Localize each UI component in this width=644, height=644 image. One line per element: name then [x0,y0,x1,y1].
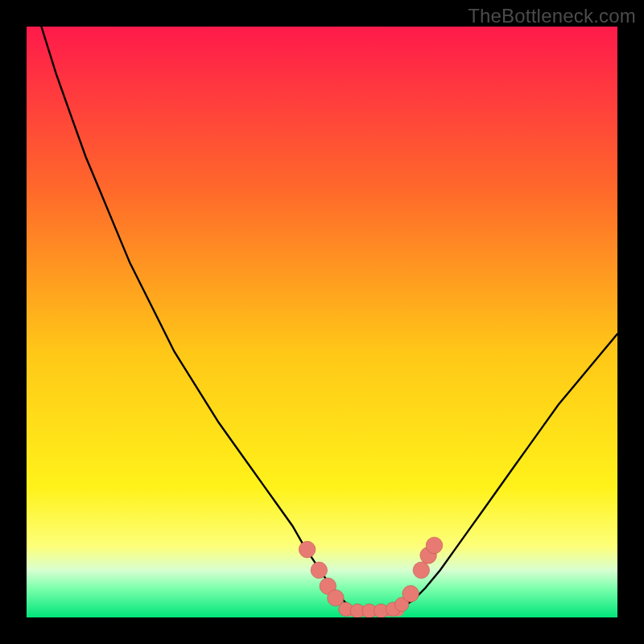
data-marker [413,562,430,579]
chart-frame: TheBottleneck.com [0,0,644,644]
data-marker [402,585,419,602]
gradient-background [27,27,617,617]
bottleneck-chart [27,27,617,617]
watermark-text: TheBottleneck.com [468,5,636,27]
data-marker [426,537,443,554]
plot-area [27,27,617,617]
data-marker [311,562,328,579]
data-marker [299,541,316,558]
